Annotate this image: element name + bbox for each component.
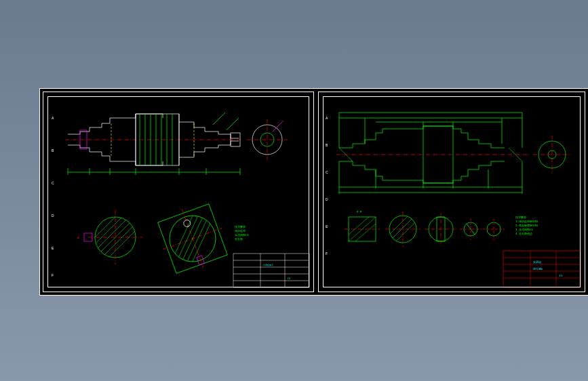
sheet-border-left [47, 96, 309, 287]
drawing-sheet-right: A B C D E F [318, 92, 585, 292]
drawing-sheet-left: A B C D E F [43, 92, 314, 292]
cad-model-space[interactable]: A B C D E F [39, 88, 588, 296]
sheet-border-right [323, 96, 581, 287]
